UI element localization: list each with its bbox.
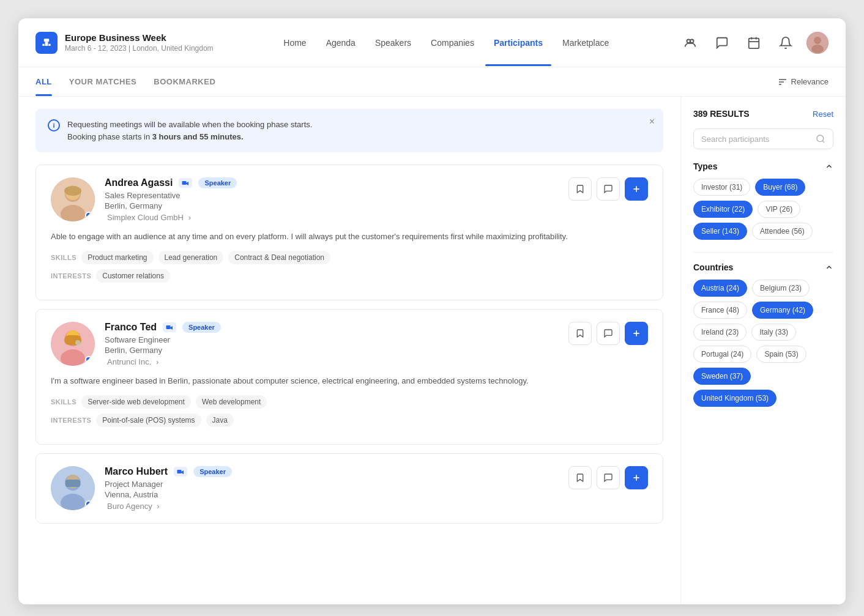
left-panel: i Requesting meetings will be available … <box>18 97 680 604</box>
notifications-icon[interactable] <box>775 32 797 54</box>
country-chip-uk[interactable]: United Kingdom (53) <box>693 390 776 407</box>
type-chip-vip[interactable]: VIP (26) <box>758 201 800 218</box>
video-icon <box>174 467 187 477</box>
country-chip-portugal[interactable]: Portugal (24) <box>693 346 751 363</box>
online-indicator <box>85 500 92 508</box>
bookmark-button[interactable] <box>568 177 592 201</box>
add-button[interactable] <box>625 322 648 345</box>
type-chip-buyer[interactable]: Buyer (68) <box>755 179 805 196</box>
svg-point-11 <box>811 45 824 53</box>
svg-rect-2 <box>44 39 49 42</box>
speaker-badge: Speaker <box>193 466 232 477</box>
tab-bookmarked[interactable]: BOOKMARKED <box>154 67 215 96</box>
svg-rect-1 <box>48 43 50 45</box>
country-chip-italy[interactable]: Italy (33) <box>751 324 796 341</box>
bookmark-button[interactable] <box>568 466 592 489</box>
participant-name: Andrea Agassi <box>105 177 173 188</box>
speaker-badge: Speaker <box>182 322 221 333</box>
message-button[interactable] <box>597 322 620 345</box>
svg-rect-5 <box>749 38 759 48</box>
interests-row: INTERESTS Customer relations <box>51 269 648 283</box>
participant-company[interactable]: Simplex Cloud GmbH › <box>105 213 559 222</box>
participant-role: Software Engineer <box>105 335 559 344</box>
participant-role: Sales Representative <box>105 191 559 200</box>
nav-agenda[interactable]: Agenda <box>318 33 364 53</box>
participant-card: Franco Ted Speaker Software Engineer Ber… <box>35 309 663 445</box>
reset-button[interactable]: Reset <box>813 109 833 119</box>
participant-company[interactable]: Buro Agency › <box>105 502 559 511</box>
type-chip-investor[interactable]: Investor (31) <box>693 179 750 196</box>
countries-chips: Austria (24) Belgium (23) France (48) Ge… <box>693 280 833 407</box>
app-header: Europe Business Week March 6 - 12, 2023 … <box>18 18 846 67</box>
svg-point-10 <box>814 37 821 44</box>
skill-tag: Lead generation <box>158 251 224 264</box>
participant-location: Vienna, Austria <box>105 490 559 499</box>
sub-tabs-bar: ALL YOUR MATCHES BOOKMARKED Relevance <box>18 67 846 97</box>
event-name: Europe Business Week <box>65 32 214 43</box>
interest-tag: Customer relations <box>96 269 170 283</box>
speaker-badge: Speaker <box>198 177 237 188</box>
countries-filter-title: Countries <box>693 262 733 272</box>
search-input[interactable] <box>701 135 811 144</box>
message-button[interactable] <box>597 177 620 201</box>
country-chip-belgium[interactable]: Belgium (23) <box>752 280 810 297</box>
nav-marketplace[interactable]: Marketplace <box>554 33 617 53</box>
card-actions <box>568 466 648 489</box>
nav-speakers[interactable]: Speakers <box>367 33 420 53</box>
country-chip-germany[interactable]: Germany (42) <box>752 302 813 319</box>
card-header: Marco Hubert Speaker Project Manager Vie… <box>51 466 648 511</box>
countries-filter-header[interactable]: Countries <box>693 262 833 272</box>
participant-company[interactable]: Antrunci Inc. › <box>105 357 559 366</box>
participant-avatar <box>51 466 95 510</box>
types-filter-header[interactable]: Types <box>693 161 833 171</box>
country-chip-france[interactable]: France (48) <box>693 302 747 319</box>
user-avatar[interactable] <box>806 32 829 54</box>
country-chip-sweden[interactable]: Sweden (37) <box>693 368 751 385</box>
skill-tag: Server-side web development <box>81 395 191 409</box>
add-button[interactable] <box>625 466 648 489</box>
sort-control[interactable]: Relevance <box>778 77 829 87</box>
country-chip-austria[interactable]: Austria (24) <box>693 280 747 297</box>
messages-icon[interactable] <box>711 32 733 54</box>
add-button[interactable] <box>625 177 648 201</box>
info-icon: i <box>48 119 60 132</box>
video-icon <box>179 178 192 188</box>
bookmark-button[interactable] <box>568 322 592 345</box>
type-chip-exhibitor[interactable]: Exhibitor (22) <box>693 201 753 218</box>
participant-location: Berlin, Germany <box>105 201 559 210</box>
type-chip-attendee[interactable]: Attendee (56) <box>752 223 813 240</box>
country-chip-spain[interactable]: Spain (53) <box>756 346 806 363</box>
results-header: 389 RESULTS Reset <box>693 109 833 119</box>
card-info: Marco Hubert Speaker Project Manager Vie… <box>105 466 559 511</box>
skills-row: SKILLS Server-side web development Web d… <box>51 395 648 409</box>
participant-card: Marco Hubert Speaker Project Manager Vie… <box>35 453 663 524</box>
types-filter-section: Types Investor (31) Buyer (68) Exhibitor… <box>693 161 833 240</box>
connections-icon[interactable] <box>679 32 701 54</box>
card-info: Andrea Agassi Speaker Sales Representati… <box>105 177 559 222</box>
search-box[interactable] <box>693 128 833 149</box>
tab-all[interactable]: ALL <box>35 67 52 96</box>
interests-row: INTERESTS Point-of-sale (POS) systems Ja… <box>51 414 648 427</box>
name-row: Marco Hubert Speaker <box>105 466 559 477</box>
type-chip-seller[interactable]: Seller (143) <box>693 223 747 240</box>
event-info: Europe Business Week March 6 - 12, 2023 … <box>65 32 214 53</box>
country-chip-ireland[interactable]: Ireland (23) <box>693 324 747 341</box>
tab-your-matches[interactable]: YOUR MATCHES <box>69 67 136 96</box>
card-actions <box>568 177 648 201</box>
message-button[interactable] <box>597 466 620 489</box>
banner-close-button[interactable]: × <box>649 116 655 127</box>
filter-panel: 389 RESULTS Reset Types <box>680 97 846 604</box>
participant-bio: Able to engage with an audience at any t… <box>51 231 648 243</box>
video-icon <box>163 322 176 332</box>
calendar-icon[interactable] <box>743 32 765 54</box>
name-row: Andrea Agassi Speaker <box>105 177 559 188</box>
nav-companies[interactable]: Companies <box>422 33 483 53</box>
info-banner: i Requesting meetings will be available … <box>35 109 663 152</box>
nav-participants[interactable]: Participants <box>485 33 551 53</box>
participant-bio: I'm a software engineer based in Berlin,… <box>51 375 648 388</box>
nav-home[interactable]: Home <box>275 33 315 53</box>
app-logo[interactable] <box>35 32 58 54</box>
skill-tag: Product marketing <box>81 251 153 264</box>
svg-rect-34 <box>65 480 80 487</box>
participant-card: Andrea Agassi Speaker Sales Representati… <box>35 165 663 300</box>
